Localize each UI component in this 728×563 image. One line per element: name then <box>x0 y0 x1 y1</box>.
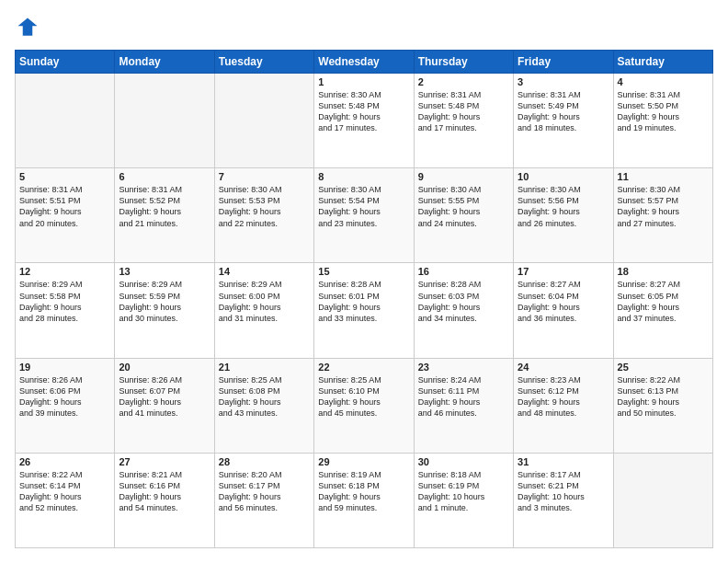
weekday-header-tuesday: Tuesday <box>214 51 313 74</box>
cell-text: Sunrise: 8:28 AM Sunset: 6:01 PM Dayligh… <box>318 279 409 324</box>
calendar-cell: 6Sunrise: 8:31 AM Sunset: 5:52 PM Daylig… <box>115 168 214 263</box>
calendar-cell <box>115 74 214 168</box>
cell-text: Sunrise: 8:26 AM Sunset: 6:07 PM Dayligh… <box>119 374 210 419</box>
day-number: 2 <box>418 76 509 87</box>
cell-text: Sunrise: 8:29 AM Sunset: 6:00 PM Dayligh… <box>219 279 310 324</box>
calendar-cell: 7Sunrise: 8:30 AM Sunset: 5:53 PM Daylig… <box>214 168 313 263</box>
cell-text: Sunrise: 8:29 AM Sunset: 5:59 PM Dayligh… <box>119 279 210 324</box>
day-number: 6 <box>119 171 210 182</box>
day-number: 11 <box>618 171 709 182</box>
cell-text: Sunrise: 8:30 AM Sunset: 5:55 PM Dayligh… <box>418 184 509 229</box>
cell-text: Sunrise: 8:28 AM Sunset: 6:03 PM Dayligh… <box>418 279 509 324</box>
calendar-cell: 25Sunrise: 8:22 AM Sunset: 6:13 PM Dayli… <box>613 358 712 453</box>
cell-text: Sunrise: 8:31 AM Sunset: 5:48 PM Dayligh… <box>418 89 509 134</box>
logo <box>15 15 44 40</box>
weekday-header-wednesday: Wednesday <box>314 51 414 74</box>
cell-text: Sunrise: 8:30 AM Sunset: 5:53 PM Dayligh… <box>219 184 310 229</box>
cell-text: Sunrise: 8:17 AM Sunset: 6:21 PM Dayligh… <box>518 469 609 514</box>
cell-text: Sunrise: 8:31 AM Sunset: 5:52 PM Dayligh… <box>119 184 210 229</box>
week-row-1: 1Sunrise: 8:30 AM Sunset: 5:48 PM Daylig… <box>16 74 713 168</box>
cell-text: Sunrise: 8:24 AM Sunset: 6:11 PM Dayligh… <box>418 374 509 419</box>
cell-text: Sunrise: 8:30 AM Sunset: 5:57 PM Dayligh… <box>618 184 709 229</box>
cell-text: Sunrise: 8:21 AM Sunset: 6:16 PM Dayligh… <box>119 469 210 514</box>
calendar-cell: 22Sunrise: 8:25 AM Sunset: 6:10 PM Dayli… <box>314 358 414 453</box>
cell-text: Sunrise: 8:31 AM Sunset: 5:49 PM Dayligh… <box>518 89 609 134</box>
calendar-cell: 8Sunrise: 8:30 AM Sunset: 5:54 PM Daylig… <box>314 168 414 263</box>
logo-icon <box>15 15 40 40</box>
weekday-header-friday: Friday <box>514 51 613 74</box>
cell-text: Sunrise: 8:30 AM Sunset: 5:54 PM Dayligh… <box>318 184 409 229</box>
calendar-cell: 1Sunrise: 8:30 AM Sunset: 5:48 PM Daylig… <box>314 74 414 168</box>
calendar-cell: 10Sunrise: 8:30 AM Sunset: 5:56 PM Dayli… <box>514 168 613 263</box>
calendar-table: SundayMondayTuesdayWednesdayThursdayFrid… <box>15 50 713 548</box>
week-row-4: 19Sunrise: 8:26 AM Sunset: 6:06 PM Dayli… <box>16 358 713 453</box>
cell-text: Sunrise: 8:22 AM Sunset: 6:13 PM Dayligh… <box>618 374 709 419</box>
cell-text: Sunrise: 8:25 AM Sunset: 6:08 PM Dayligh… <box>219 374 310 419</box>
calendar-cell: 4Sunrise: 8:31 AM Sunset: 5:50 PM Daylig… <box>613 74 712 168</box>
calendar-cell: 24Sunrise: 8:23 AM Sunset: 6:12 PM Dayli… <box>514 358 613 453</box>
day-number: 16 <box>418 266 509 277</box>
day-number: 4 <box>618 76 709 87</box>
cell-text: Sunrise: 8:27 AM Sunset: 6:04 PM Dayligh… <box>518 279 609 324</box>
week-row-5: 26Sunrise: 8:22 AM Sunset: 6:14 PM Dayli… <box>16 453 713 547</box>
calendar-cell: 19Sunrise: 8:26 AM Sunset: 6:06 PM Dayli… <box>16 358 115 453</box>
day-number: 31 <box>518 456 609 467</box>
calendar-header: SundayMondayTuesdayWednesdayThursdayFrid… <box>16 51 713 74</box>
page: SundayMondayTuesdayWednesdayThursdayFrid… <box>0 0 728 563</box>
day-number: 25 <box>618 362 709 373</box>
day-number: 13 <box>119 266 210 277</box>
day-number: 19 <box>19 362 110 373</box>
weekday-header-saturday: Saturday <box>613 51 712 74</box>
day-number: 22 <box>318 362 409 373</box>
calendar-cell: 9Sunrise: 8:30 AM Sunset: 5:55 PM Daylig… <box>414 168 513 263</box>
week-row-2: 5Sunrise: 8:31 AM Sunset: 5:51 PM Daylig… <box>16 168 713 263</box>
day-number: 9 <box>418 171 509 182</box>
day-number: 18 <box>618 266 709 277</box>
calendar-cell: 21Sunrise: 8:25 AM Sunset: 6:08 PM Dayli… <box>214 358 313 453</box>
calendar-cell: 3Sunrise: 8:31 AM Sunset: 5:49 PM Daylig… <box>514 74 613 168</box>
day-number: 1 <box>318 76 409 87</box>
cell-text: Sunrise: 8:27 AM Sunset: 6:05 PM Dayligh… <box>618 279 709 324</box>
day-number: 3 <box>518 76 609 87</box>
cell-text: Sunrise: 8:26 AM Sunset: 6:06 PM Dayligh… <box>19 374 110 419</box>
cell-text: Sunrise: 8:30 AM Sunset: 5:48 PM Dayligh… <box>318 89 409 134</box>
day-number: 24 <box>518 362 609 373</box>
calendar-cell: 2Sunrise: 8:31 AM Sunset: 5:48 PM Daylig… <box>414 74 513 168</box>
calendar-cell: 20Sunrise: 8:26 AM Sunset: 6:07 PM Dayli… <box>115 358 214 453</box>
cell-text: Sunrise: 8:20 AM Sunset: 6:17 PM Dayligh… <box>219 469 310 514</box>
calendar-cell: 29Sunrise: 8:19 AM Sunset: 6:18 PM Dayli… <box>314 453 414 547</box>
cell-text: Sunrise: 8:29 AM Sunset: 5:58 PM Dayligh… <box>19 279 110 324</box>
day-number: 30 <box>418 456 509 467</box>
calendar-cell <box>214 74 313 168</box>
day-number: 15 <box>318 266 409 277</box>
day-number: 7 <box>219 171 310 182</box>
day-number: 29 <box>318 456 409 467</box>
day-number: 8 <box>318 171 409 182</box>
day-number: 27 <box>119 456 210 467</box>
calendar-cell: 26Sunrise: 8:22 AM Sunset: 6:14 PM Dayli… <box>16 453 115 547</box>
cell-text: Sunrise: 8:30 AM Sunset: 5:56 PM Dayligh… <box>518 184 609 229</box>
day-number: 5 <box>19 171 110 182</box>
day-number: 21 <box>219 362 310 373</box>
svg-marker-0 <box>18 18 38 36</box>
calendar-cell: 17Sunrise: 8:27 AM Sunset: 6:04 PM Dayli… <box>514 263 613 358</box>
calendar-cell: 12Sunrise: 8:29 AM Sunset: 5:58 PM Dayli… <box>16 263 115 358</box>
calendar-cell: 16Sunrise: 8:28 AM Sunset: 6:03 PM Dayli… <box>414 263 513 358</box>
day-number: 28 <box>219 456 310 467</box>
day-number: 17 <box>518 266 609 277</box>
calendar-cell: 23Sunrise: 8:24 AM Sunset: 6:11 PM Dayli… <box>414 358 513 453</box>
calendar-cell: 28Sunrise: 8:20 AM Sunset: 6:17 PM Dayli… <box>214 453 313 547</box>
week-row-3: 12Sunrise: 8:29 AM Sunset: 5:58 PM Dayli… <box>16 263 713 358</box>
calendar-cell: 30Sunrise: 8:18 AM Sunset: 6:19 PM Dayli… <box>414 453 513 547</box>
calendar-cell: 13Sunrise: 8:29 AM Sunset: 5:59 PM Dayli… <box>115 263 214 358</box>
weekday-header-monday: Monday <box>115 51 214 74</box>
calendar-cell: 18Sunrise: 8:27 AM Sunset: 6:05 PM Dayli… <box>613 263 712 358</box>
day-number: 23 <box>418 362 509 373</box>
cell-text: Sunrise: 8:25 AM Sunset: 6:10 PM Dayligh… <box>318 374 409 419</box>
weekday-header-sunday: Sunday <box>16 51 115 74</box>
calendar-cell: 14Sunrise: 8:29 AM Sunset: 6:00 PM Dayli… <box>214 263 313 358</box>
cell-text: Sunrise: 8:31 AM Sunset: 5:51 PM Dayligh… <box>19 184 110 229</box>
cell-text: Sunrise: 8:19 AM Sunset: 6:18 PM Dayligh… <box>318 469 409 514</box>
calendar-cell <box>16 74 115 168</box>
day-number: 10 <box>518 171 609 182</box>
